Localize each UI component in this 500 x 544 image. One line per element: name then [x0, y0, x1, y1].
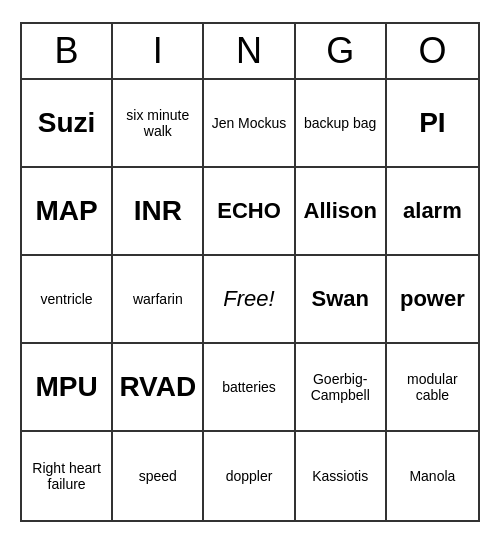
- bingo-cell-r0-c3: backup bag: [296, 80, 387, 168]
- bingo-header: BINGO: [22, 24, 478, 80]
- bingo-cell-r1-c0: MAP: [22, 168, 113, 256]
- bingo-cell-r4-c3: Kassiotis: [296, 432, 387, 520]
- bingo-cell-r2-c4: power: [387, 256, 478, 344]
- bingo-grid: Suzisix minute walkJen Mockusbackup bagP…: [22, 80, 478, 520]
- bingo-cell-r4-c2: doppler: [204, 432, 295, 520]
- bingo-cell-r4-c0: Right heart failure: [22, 432, 113, 520]
- bingo-cell-r1-c1: INR: [113, 168, 204, 256]
- bingo-cell-r0-c0: Suzi: [22, 80, 113, 168]
- bingo-header-letter: G: [296, 24, 387, 78]
- bingo-cell-r0-c1: six minute walk: [113, 80, 204, 168]
- bingo-header-letter: B: [22, 24, 113, 78]
- bingo-cell-r0-c4: PI: [387, 80, 478, 168]
- bingo-header-letter: N: [204, 24, 295, 78]
- bingo-cell-r2-c0: ventricle: [22, 256, 113, 344]
- bingo-header-letter: I: [113, 24, 204, 78]
- bingo-cell-r3-c2: batteries: [204, 344, 295, 432]
- bingo-card: BINGO Suzisix minute walkJen Mockusbacku…: [20, 22, 480, 522]
- bingo-cell-r2-c1: warfarin: [113, 256, 204, 344]
- bingo-cell-r0-c2: Jen Mockus: [204, 80, 295, 168]
- bingo-cell-r2-c2: Free!: [204, 256, 295, 344]
- bingo-cell-r3-c4: modular cable: [387, 344, 478, 432]
- bingo-cell-r4-c1: speed: [113, 432, 204, 520]
- bingo-cell-r1-c3: Allison: [296, 168, 387, 256]
- bingo-cell-r3-c3: Goerbig-Campbell: [296, 344, 387, 432]
- bingo-cell-r1-c4: alarm: [387, 168, 478, 256]
- bingo-cell-r2-c3: Swan: [296, 256, 387, 344]
- bingo-cell-r3-c0: MPU: [22, 344, 113, 432]
- bingo-cell-r1-c2: ECHO: [204, 168, 295, 256]
- bingo-header-letter: O: [387, 24, 478, 78]
- bingo-cell-r3-c1: RVAD: [113, 344, 204, 432]
- bingo-cell-r4-c4: Manola: [387, 432, 478, 520]
